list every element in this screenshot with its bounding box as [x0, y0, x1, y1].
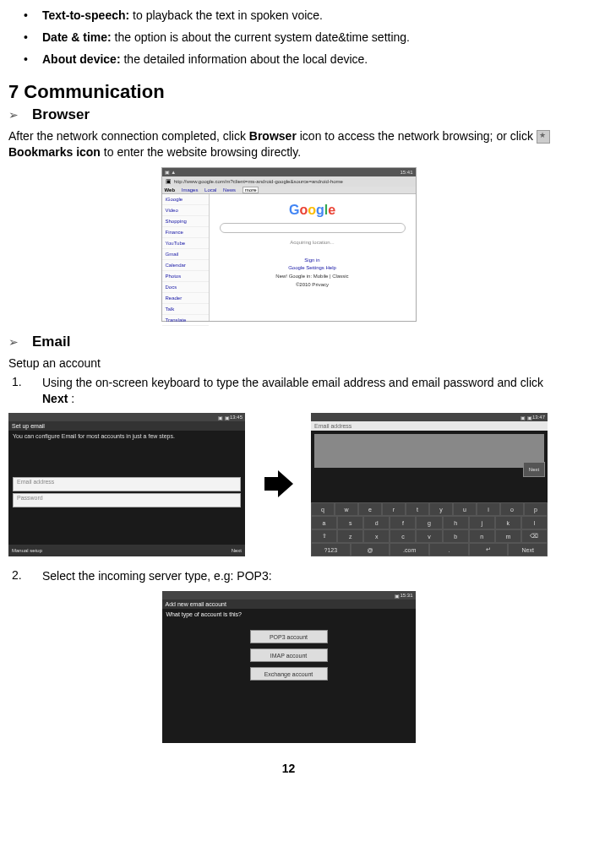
manual-setup-button: Manual setup [12, 548, 42, 553]
text-segment: icon to access the network browsing; or … [297, 129, 537, 143]
link: New! Google in: Mobile | Classic [215, 273, 411, 281]
text-segment: Using the on-screen keyboard to type the… [42, 376, 543, 389]
text-bold: Browser [249, 129, 297, 143]
list-text: Select the incoming server type, e.g: PO… [42, 568, 569, 584]
menu-item: YouTube [162, 238, 209, 249]
key: o [500, 502, 524, 516]
text-bold: Next [42, 392, 68, 405]
key: r [382, 502, 406, 516]
footer-links: Sign in Google Settings Help New! Google… [215, 257, 411, 289]
key: .com [390, 543, 429, 556]
menu-item: Video [162, 205, 209, 216]
key: d [363, 516, 390, 529]
key: k [495, 516, 521, 529]
key: j [469, 516, 495, 529]
key: ⇧ [311, 529, 337, 543]
bullet-term: Date & time: [42, 30, 112, 44]
menu-item: Photos [162, 271, 209, 282]
list-number: 2. [8, 568, 42, 584]
key: g [416, 516, 442, 529]
key: t [406, 502, 429, 516]
bullet-desc: the detailed information about the local… [121, 52, 368, 66]
status-bar: ▣ ▣ 13:47 [311, 413, 548, 421]
browser-subheading: ➢ Browser [8, 106, 569, 123]
bullet-desc: to playback the text in spoken voice. [129, 8, 323, 22]
arrow-right-icon [257, 467, 299, 503]
url-bar: ▣http://www.google.com/m?client=ms-andro… [162, 176, 416, 187]
next-button: Next [523, 462, 545, 477]
link: ©2010 Privacy [215, 281, 411, 290]
link: Google Settings Help [215, 264, 411, 273]
hint-text: You can configure Email for most account… [8, 431, 245, 442]
menu-item: Finance [162, 227, 209, 238]
status-time: 15:41 [400, 170, 412, 175]
bullet-dot-icon [24, 52, 42, 66]
password-input: Password [13, 493, 241, 507]
google-logo: Google [215, 203, 411, 218]
text-segment: After the network connection completed, … [8, 129, 249, 143]
server-type-screenshot: ▣ 15:31 Add new email account What type … [162, 591, 416, 743]
keyboard: qwertyuiop asdfghjkl ⇧zxcvbnm⌫ ?123@.com… [311, 502, 548, 556]
email-address-input: Email address [13, 477, 241, 491]
browser-screenshot: ▣ ▲15:41 ▣http://www.google.com/m?client… [161, 167, 417, 322]
browser-main: Google Acquiring location... Sign in Goo… [210, 194, 416, 321]
status-bar: ▣ ▣ 13:45 [8, 413, 245, 421]
key: e [358, 502, 382, 516]
key: Next [508, 543, 548, 556]
key: l [521, 516, 548, 529]
key: m [495, 529, 521, 543]
key: s [337, 516, 363, 529]
url-text: http://www.google.com/m?client=ms-androi… [174, 179, 343, 184]
setup-line: Setup an account [8, 355, 569, 372]
text-bold: Bookmarks icon [8, 145, 101, 159]
status-bar: ▣ ▲15:41 [162, 168, 416, 176]
settings-bullet-list: Text-to-speech: to playback the text in … [8, 8, 569, 66]
key: ⌫ [521, 529, 548, 543]
pop3-button: POP3 account [250, 630, 328, 643]
key: z [337, 529, 363, 543]
menu-item: Docs [162, 282, 209, 293]
bullet-desc: the option is about the current system d… [112, 30, 410, 44]
link: Sign in [215, 257, 411, 265]
tab: Web [165, 187, 176, 193]
key: b [443, 529, 469, 543]
key: i [477, 502, 500, 516]
bullet-item: About device: the detailed information a… [8, 52, 569, 66]
bullet-item: Text-to-speech: to playback the text in … [8, 8, 569, 22]
list-text: Using the on-screen keyboard to type the… [42, 375, 569, 407]
bullet-text: Text-to-speech: to playback the text in … [42, 8, 569, 22]
key: v [416, 529, 442, 543]
chevron-right-icon: ➢ [8, 108, 32, 122]
bullet-text: Date & time: the option is about the cur… [42, 30, 569, 44]
menu-item: iGoogle [162, 194, 209, 205]
key: u [453, 502, 477, 516]
tab: Images [182, 187, 199, 193]
exchange-button: Exchange account [250, 667, 328, 681]
key: x [363, 529, 390, 543]
key: @ [351, 543, 390, 556]
key: . [429, 543, 469, 556]
bullet-text: About device: the detailed information a… [42, 52, 569, 66]
screen-title: Set up email [8, 421, 245, 431]
key: ↵ [469, 543, 509, 556]
key: h [443, 516, 469, 529]
imap-button: IMAP account [250, 648, 328, 662]
browser-tabs: Web Images Local News more [162, 187, 416, 194]
browser-paragraph: After the network connection completed, … [8, 128, 569, 160]
key: p [524, 502, 548, 516]
tab: News [223, 187, 236, 193]
browser-more-menu: iGoogle Video Shopping Finance YouTube G… [162, 194, 210, 321]
tab: Local [204, 187, 216, 193]
status-time: 15:31 [400, 593, 412, 598]
list-number: 1. [8, 375, 42, 407]
list-item: 2. Select the incoming server type, e.g:… [8, 568, 569, 584]
menu-item: Reader [162, 293, 209, 304]
question-text: What type of account is this? [162, 609, 416, 620]
status-time: 13:45 [230, 415, 243, 420]
text-segment: : [68, 392, 74, 405]
menu-item: Calendar [162, 260, 209, 271]
key: n [469, 529, 495, 543]
bullet-dot-icon [24, 30, 42, 44]
text-segment: to enter the website browsing directly. [101, 145, 301, 159]
email-setup-screenshot-1: ▣ ▣ 13:45 Set up email You can configure… [8, 413, 245, 556]
